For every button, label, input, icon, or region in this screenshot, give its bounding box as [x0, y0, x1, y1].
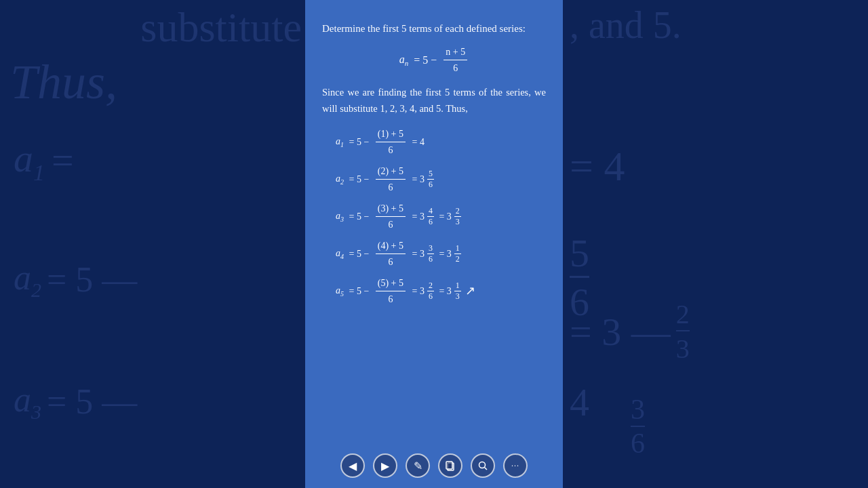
toolbar: ◀ ▶ ✎ ···	[305, 453, 563, 478]
bg-a3: a3 = 5 —	[14, 380, 137, 424]
eq3-content: a3 = 5 − (3) + 5 6 = 3 4 6 = 3 2 3	[336, 201, 461, 232]
eq5-md1: 6	[427, 291, 434, 301]
svg-rect-1	[446, 462, 452, 469]
eq2-label: a2	[336, 171, 344, 187]
forward-button[interactable]: ▶	[373, 453, 397, 478]
bg-right-panel: , and 5. = 4 5 6 = 3 — 2 3 4 3 6	[563, 0, 868, 488]
eq2-den: 6	[386, 180, 395, 195]
eq1-label: a1	[336, 134, 344, 150]
eq5-op: = 5 −	[347, 284, 372, 298]
eq5-label: a5	[336, 283, 344, 299]
eq4-den: 6	[386, 254, 395, 269]
eq4-label: a4	[336, 246, 344, 262]
eq4-mixed1: 3 6	[427, 243, 434, 264]
equation-row-2: a2 = 5 − (2) + 5 6 = 3 5 6	[322, 164, 546, 195]
bg-left-panel: substitute Thus, a1 = a2 = 5 — a3 = 5 —	[0, 0, 305, 488]
main-formula: an = 5 − n + 5 6	[322, 45, 546, 75]
copy-button[interactable]	[438, 453, 462, 478]
formula-numerator: n + 5	[443, 45, 467, 60]
eq4-md2: 2	[454, 254, 461, 264]
eq5-eq1: = 3	[410, 284, 425, 298]
eq5-content: a5 = 5 − (5) + 5 6 = 3 2 6 = 3 1 3	[336, 276, 475, 306]
eq3-md2: 3	[454, 217, 461, 226]
eq2-num: (2) + 5	[376, 164, 406, 180]
bg-substitute-text: substitute	[140, 0, 305, 52]
eq4-mn2: 1	[454, 243, 461, 253]
copy-icon	[445, 460, 456, 471]
svg-point-2	[479, 462, 486, 468]
eq3-mn2: 2	[454, 206, 461, 216]
bg-a2: a2 = 5 —	[14, 258, 137, 302]
eq4-mixed2: 1 2	[454, 243, 461, 264]
eq4-content: a4 = 5 − (4) + 5 6 = 3 3 6 = 3 1 2	[336, 239, 461, 269]
eq4-op: = 5 −	[347, 247, 372, 261]
eq3-label: a3	[336, 209, 344, 224]
eq2-mixed-den: 6	[427, 180, 434, 189]
eq5-num: (5) + 5	[376, 276, 406, 291]
eq4-eq1: = 3	[410, 247, 425, 261]
eq4-mn1: 3	[427, 243, 434, 253]
bg-and5-text: , and 5.	[563, 0, 682, 47]
formula-equals: = 5 −	[411, 52, 439, 68]
eq3-mixed2: 2 3	[454, 206, 461, 226]
bg-eq4: = 4	[570, 142, 625, 190]
bg-36: 3 6	[631, 393, 645, 460]
svg-line-3	[485, 468, 488, 470]
eq2-equals: = 3	[410, 172, 425, 186]
eq5-mn1: 2	[427, 281, 434, 291]
eq3-eq1: = 3	[410, 209, 425, 224]
edit-button[interactable]: ✎	[406, 453, 430, 478]
eq5-mixed1: 2 6	[427, 281, 434, 301]
equation-row-4: a4 = 5 − (4) + 5 6 = 3 3 6 = 3 1 2	[322, 239, 546, 269]
eq3-fraction: (3) + 5 6	[376, 201, 406, 232]
eq1-fraction: (1) + 5 6	[376, 127, 406, 157]
equation-row-5: a5 = 5 − (5) + 5 6 = 3 2 6 = 3 1 3	[322, 276, 546, 306]
eq4-fraction: (4) + 5 6	[376, 239, 406, 269]
intro-text: Determine the first 5 terms of each defi…	[322, 20, 546, 37]
eq2-fraction: (2) + 5 6	[376, 164, 406, 195]
eq3-mn1: 4	[427, 206, 434, 216]
eq4-num: (4) + 5	[376, 239, 406, 254]
more-button[interactable]: ···	[503, 453, 528, 478]
eq4-md1: 6	[427, 254, 434, 264]
eq2-op: = 5 −	[347, 172, 372, 186]
eq5-fraction: (5) + 5 6	[376, 276, 406, 306]
content-area: Determine the first 5 terms of each defi…	[322, 20, 546, 434]
eq1-result: = 4	[410, 135, 425, 149]
formula-fraction: n + 5 6	[443, 45, 467, 75]
eq2-content: a2 = 5 − (2) + 5 6 = 3 5 6	[336, 164, 434, 195]
main-panel: Determine the first 5 terms of each defi…	[305, 0, 563, 488]
formula-denominator: 6	[451, 60, 460, 75]
back-button[interactable]: ◀	[340, 453, 365, 478]
bg-4: 4	[570, 380, 589, 425]
page-container: substitute Thus, a1 = a2 = 5 — a3 = 5 — …	[0, 0, 868, 488]
eq1-den: 6	[386, 142, 395, 157]
eq3-mixed1: 4 6	[427, 206, 434, 226]
bg-eq323: = 3 — 2 3	[570, 298, 690, 365]
zoom-button[interactable]	[471, 453, 495, 478]
equation-row-1: a1 = 5 − (1) + 5 6 = 4	[322, 127, 546, 157]
eq5-md2: 3	[454, 291, 461, 301]
eq5-mixed2: 1 3	[454, 281, 461, 301]
eq1-content: a1 = 5 − (1) + 5 6 = 4	[336, 127, 425, 157]
eq5-den: 6	[386, 291, 395, 306]
cursor-indicator: ↗	[465, 282, 475, 300]
eq5-mn2: 1	[454, 281, 461, 291]
formula-an: an	[399, 52, 409, 69]
eq1-num: (1) + 5	[376, 127, 406, 142]
eq3-num: (3) + 5	[376, 201, 406, 217]
eq5-eq2: = 3	[437, 284, 452, 298]
eq1-op: = 5 −	[347, 135, 372, 149]
eq3-den: 6	[386, 217, 395, 232]
eq2-mixed-num: 5	[427, 169, 434, 179]
equation-row-3: a3 = 5 − (3) + 5 6 = 3 4 6 = 3 2 3	[322, 201, 546, 232]
eq4-eq2: = 3	[437, 247, 452, 261]
zoom-icon	[477, 460, 488, 471]
eq3-eq2: = 3	[437, 209, 452, 224]
explanation-text: Since we are finding the first 5 terms o…	[322, 85, 546, 117]
bg-a1: a1 =	[14, 136, 74, 186]
eq3-md1: 6	[427, 217, 434, 226]
bg-thus-text: Thus,	[10, 54, 117, 110]
eq3-op: = 5 −	[347, 209, 372, 224]
eq2-mixed: 5 6	[427, 169, 434, 189]
